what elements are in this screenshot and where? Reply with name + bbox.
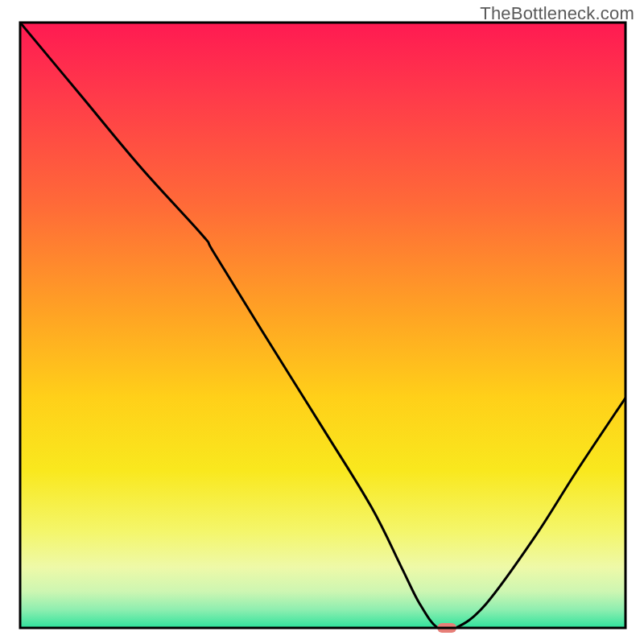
plot-area (20, 23, 625, 633)
watermark-text: TheBottleneck.com (480, 3, 634, 24)
bottleneck-chart (0, 0, 644, 644)
chart-container: TheBottleneck.com (0, 0, 644, 644)
